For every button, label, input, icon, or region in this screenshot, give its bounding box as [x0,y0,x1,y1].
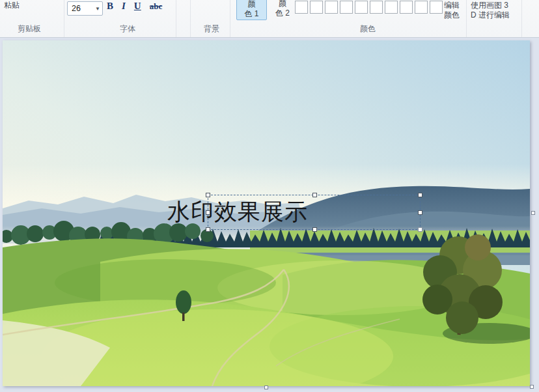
color1-label-line2: 色 1 [237,9,266,19]
canvas[interactable]: 水印效果展示 [3,40,530,386]
color-swatch[interactable] [430,1,443,14]
colors-group-label: 颜色 [360,23,376,35]
color-swatch[interactable] [400,1,413,14]
selection-handle-bottom-left[interactable] [206,227,210,232]
color-swatch[interactable] [370,1,383,14]
group-divider [190,0,191,37]
strikethrough-button[interactable]: abc [150,1,163,12]
selection-handle-middle-left[interactable] [206,210,210,215]
paste-button[interactable]: 粘贴 [4,0,20,11]
color-swatch[interactable] [385,1,398,14]
italic-button[interactable]: I [122,1,126,12]
color2-label-line1: 颜 [269,0,296,8]
paint3d-line1: 使用画图 3 [471,1,510,10]
canvas-resize-handle-bottom[interactable] [264,385,268,389]
selection-handle-top-right[interactable] [418,193,422,197]
edit-colors-line2: 颜色 [444,10,460,20]
clipboard-group-label: 剪贴板 [18,23,41,35]
canvas-resize-handle-corner[interactable] [530,385,534,389]
group-divider [176,0,176,37]
color-swatch[interactable] [355,1,368,14]
edit-colors-button[interactable]: 编辑 颜色 [444,1,460,20]
color-swatch[interactable] [340,1,353,14]
color-swatch[interactable] [325,1,338,14]
selection-handle-top-middle[interactable] [312,193,317,197]
bold-button[interactable]: B [107,1,113,12]
color1-button[interactable]: 颜 色 1 [236,0,267,20]
group-divider [521,0,522,37]
underline-button[interactable]: U [134,1,141,12]
edit-with-paint3d-button[interactable]: 使用画图 3 D 进行编辑 [471,1,510,20]
color-palette [295,1,443,14]
group-divider [64,0,64,37]
color1-label-line1: 颜 [237,0,266,9]
font-size-combobox[interactable]: 26 ▼ [67,1,103,16]
background-group-label: 背景 [204,23,219,35]
selection-handle-bottom-right[interactable] [418,227,422,232]
font-group-label: 字体 [120,23,135,35]
color-swatch[interactable] [310,1,323,14]
selection-handle-middle-right[interactable] [418,210,422,215]
dropdown-arrow-icon[interactable]: ▼ [93,6,102,12]
selection-handle-bottom-middle[interactable] [312,227,317,232]
group-divider [230,0,230,37]
color-swatch[interactable] [415,1,428,14]
color2-label-line2: 色 2 [269,8,296,18]
text-selection-box[interactable] [208,195,421,230]
paint3d-line2: D 进行编辑 [471,10,510,20]
edit-colors-line1: 编辑 [444,1,460,10]
canvas-resize-handle-right[interactable] [531,211,535,215]
font-size-value: 26 [68,4,93,13]
color2-button[interactable]: 颜 色 2 [269,0,296,20]
selection-handle-top-left[interactable] [206,193,210,197]
group-divider [466,0,467,37]
ribbon: 粘贴 剪贴板 26 ▼ B I U abc 字体 背景 颜 色 1 颜 色 2 … [0,0,539,38]
color-swatch[interactable] [295,1,308,14]
